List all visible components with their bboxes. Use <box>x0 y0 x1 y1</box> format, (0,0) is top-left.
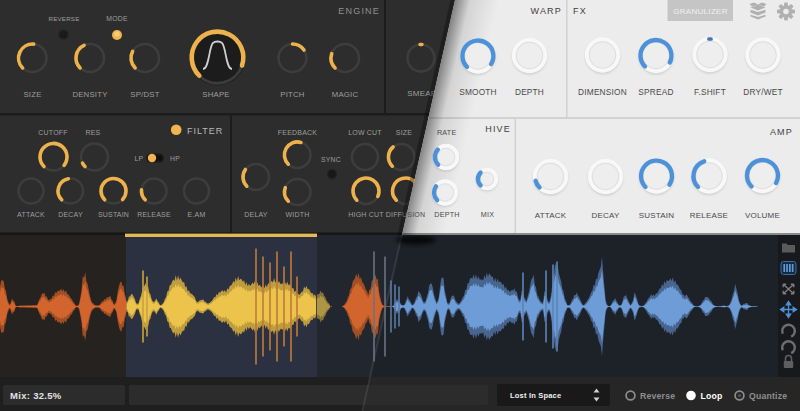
svg-text:MODE: MODE <box>106 15 128 22</box>
svg-text:ATTACK: ATTACK <box>17 211 45 218</box>
svg-text:VOLUME: VOLUME <box>745 211 780 220</box>
svg-text:ENGINE: ENGINE <box>338 6 380 16</box>
svg-text:FEEDBACK: FEEDBACK <box>278 129 317 136</box>
svg-text:RATE: RATE <box>437 128 456 137</box>
svg-text:REVERSE: REVERSE <box>49 15 80 22</box>
svg-text:DIMENSION: DIMENSION <box>578 87 627 97</box>
svg-text:SIZE: SIZE <box>23 90 41 99</box>
svg-text:DEPTH: DEPTH <box>515 87 544 97</box>
svg-text:LP: LP <box>135 155 144 162</box>
svg-text:SUSTAIN: SUSTAIN <box>639 211 675 220</box>
svg-text:Loop: Loop <box>701 391 723 401</box>
svg-text:FX: FX <box>573 6 587 16</box>
svg-text:Quantize: Quantize <box>749 391 787 401</box>
svg-text:DRY/WET: DRY/WET <box>743 87 783 97</box>
svg-text:WIDTH: WIDTH <box>286 211 310 218</box>
svg-text:FILTER: FILTER <box>187 126 223 136</box>
svg-text:Lost In Space: Lost In Space <box>510 391 561 400</box>
svg-text:SIZE: SIZE <box>396 129 412 136</box>
svg-text:WARP: WARP <box>531 6 562 16</box>
svg-text:HP: HP <box>170 155 180 162</box>
svg-text:RELEASE: RELEASE <box>690 211 728 220</box>
svg-text:LOW CUT: LOW CUT <box>348 129 382 136</box>
svg-text:ATTACK: ATTACK <box>535 211 567 220</box>
svg-text:RELEASE: RELEASE <box>137 211 171 218</box>
svg-text:MIX: MIX <box>481 210 494 219</box>
svg-text:SUSTAIN: SUSTAIN <box>98 211 129 218</box>
svg-text:RES: RES <box>86 129 101 136</box>
svg-text:DECAY: DECAY <box>58 211 83 218</box>
svg-text:E.AM: E.AM <box>188 211 206 218</box>
svg-text:DENSITY: DENSITY <box>72 90 108 99</box>
svg-text:SHAPE: SHAPE <box>202 90 229 99</box>
svg-text:HIVE: HIVE <box>485 124 511 134</box>
svg-text:Reverse: Reverse <box>640 391 675 401</box>
svg-text:DEPTH: DEPTH <box>434 210 459 219</box>
svg-text:PITCH: PITCH <box>280 90 304 99</box>
svg-text:DECAY: DECAY <box>592 211 620 220</box>
svg-text:SYNC: SYNC <box>321 156 341 163</box>
svg-text:AMP: AMP <box>770 127 793 137</box>
svg-text:MAGIC: MAGIC <box>332 90 359 99</box>
svg-text:CUTOFF: CUTOFF <box>38 129 67 136</box>
svg-text:SP/DST: SP/DST <box>130 90 159 99</box>
svg-text:SPREAD: SPREAD <box>638 87 673 97</box>
svg-text:SMOOTH: SMOOTH <box>459 87 497 97</box>
svg-text:HIGH CUT: HIGH CUT <box>348 211 384 218</box>
svg-text:DELAY: DELAY <box>244 211 268 218</box>
svg-text:GRANULIZER: GRANULIZER <box>673 7 728 16</box>
svg-text:F.SHIFT: F.SHIFT <box>694 87 726 97</box>
svg-text:Mix: 32.5%: Mix: 32.5% <box>10 390 62 401</box>
